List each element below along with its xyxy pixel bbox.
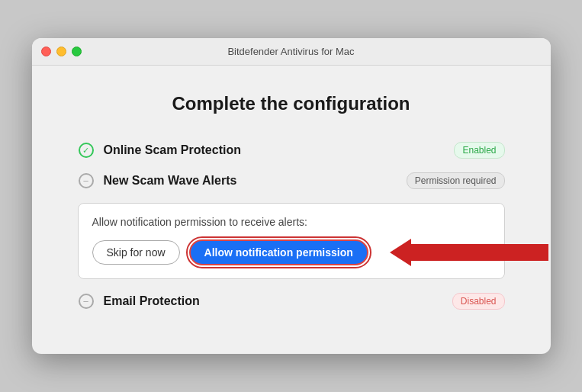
check-icon: ✓ bbox=[78, 142, 95, 159]
status-badge-permission: Permission required bbox=[407, 172, 505, 189]
notification-box-text: Allow notification permission to receive… bbox=[92, 216, 490, 228]
minimize-button[interactable] bbox=[56, 47, 66, 56]
status-badge-disabled: Disabled bbox=[452, 293, 505, 310]
allow-notification-button[interactable]: Allow notification permission bbox=[189, 239, 368, 265]
minus-icon: − bbox=[78, 172, 95, 189]
window-title: Bitdefender Antivirus for Mac bbox=[227, 46, 354, 57]
item-label-online-scam: Online Scam Protection bbox=[104, 143, 455, 157]
minus-icon: − bbox=[78, 293, 95, 310]
arrow-pointer bbox=[390, 239, 548, 266]
arrow-head-icon bbox=[390, 239, 411, 266]
page-title: Complete the configuration bbox=[78, 93, 505, 114]
app-window: Bitdefender Antivirus for Mac Complete t… bbox=[32, 38, 551, 354]
list-item: ✓ Online Scam Protection Enabled bbox=[78, 142, 505, 159]
traffic-lights bbox=[41, 47, 82, 56]
arrow-shaft bbox=[411, 244, 548, 261]
titlebar: Bitdefender Antivirus for Mac bbox=[32, 38, 551, 66]
list-item: − New Scam Wave Alerts Permission requir… bbox=[78, 172, 505, 189]
main-content: Complete the configuration ✓ Online Scam… bbox=[32, 66, 551, 354]
status-badge-enabled: Enabled bbox=[454, 142, 504, 159]
button-row: Skip for now Allow notification permissi… bbox=[92, 239, 490, 266]
maximize-button[interactable] bbox=[72, 47, 82, 56]
skip-button[interactable]: Skip for now bbox=[92, 240, 180, 265]
notification-permission-box: Allow notification permission to receive… bbox=[78, 203, 505, 279]
item-label-email: Email Protection bbox=[104, 294, 452, 308]
close-button[interactable] bbox=[41, 47, 51, 56]
item-label-new-scam: New Scam Wave Alerts bbox=[104, 174, 407, 188]
list-item: − Email Protection Disabled bbox=[78, 293, 505, 310]
arrow-graphic bbox=[390, 239, 548, 266]
